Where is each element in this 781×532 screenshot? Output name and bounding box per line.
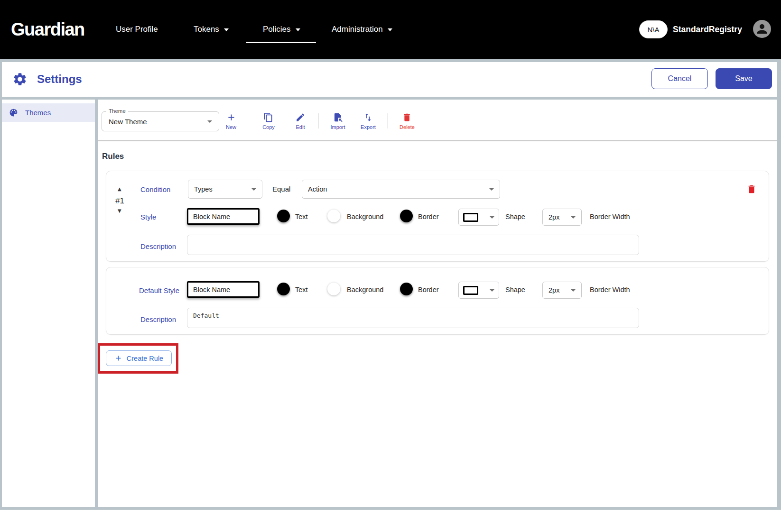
trash-icon [746,184,757,194]
text-swatch-label: Text [295,286,308,294]
background-color-swatch[interactable] [327,210,340,222]
toolbar-separator [388,113,388,128]
theme-select[interactable]: New Theme [102,111,219,131]
edit-theme-button[interactable]: Edit [296,112,306,130]
tool-label: New [226,124,236,130]
app-window: Guardian User Profile Tokens Policies Ad… [0,0,781,532]
avatar[interactable] [753,20,771,38]
nav-tokens[interactable]: Tokens [194,0,229,59]
condition-value-select[interactable]: Action [302,180,500,199]
plus-icon [114,354,122,362]
pencil-icon [296,112,306,122]
border-swatch-label: Border [418,213,439,220]
rule-index: #1 [115,196,124,206]
frame-border [0,507,781,510]
person-icon [755,22,769,36]
chevron-down-icon [571,216,576,219]
create-rule-label: Create Rule [127,355,163,362]
chevron-down-icon [490,289,494,292]
tool-label: Delete [400,124,415,130]
shape-select[interactable] [458,209,499,226]
border-width-value: 2px [549,213,559,221]
gear-icon [12,72,28,89]
frame-border [777,59,781,510]
default-description-input[interactable]: Default [187,308,639,328]
border-width-label: Border Width [590,286,630,294]
copy-icon [264,112,274,122]
style-label: Style [140,213,156,221]
block-name-input[interactable] [187,281,260,298]
border-width-value: 2px [549,286,559,294]
delete-rule-button[interactable] [746,184,757,194]
frame-border [0,59,781,62]
text-swatch-label: Text [295,213,308,220]
tool-label: Copy [262,124,275,130]
file-import-icon [333,112,343,122]
border-width-select[interactable]: 2px [542,209,582,226]
plus-icon [226,112,236,122]
text-color-swatch[interactable] [277,283,290,295]
copy-theme-button[interactable]: Copy [262,112,275,130]
condition-type-select[interactable]: Types [188,180,262,199]
default-style-label: Default Style [139,286,179,294]
theme-select-value: New Theme [109,118,147,126]
export-theme-button[interactable]: Export [361,112,376,130]
shape-label: Shape [505,213,525,220]
border-width-label: Border Width [590,213,630,220]
chevron-down-icon [388,28,392,31]
balance-badge: N\A [639,20,668,38]
page-title: Settings [37,73,82,86]
nav-user-profile[interactable]: User Profile [116,0,158,59]
border-color-swatch[interactable] [400,283,413,295]
text-color-swatch[interactable] [277,210,290,222]
chevron-down-icon [490,216,494,219]
tool-label: Export [361,124,376,130]
chevron-down-icon [251,188,256,191]
rule-description-input[interactable] [187,235,639,255]
chevron-down-icon [489,188,494,191]
import-export-icon [363,112,373,122]
shape-select[interactable] [458,282,499,299]
move-rule-up-button[interactable]: ▲ [118,187,121,192]
move-rule-down-button[interactable]: ▼ [118,209,121,213]
sidebar-item-themes[interactable]: Themes [2,103,95,122]
rectangle-swatch [463,286,478,295]
chevron-down-icon [571,289,576,292]
operator-label: Equal [272,185,290,193]
border-width-select[interactable]: 2px [542,282,582,299]
background-color-swatch[interactable] [327,283,340,295]
rule-card-1: ▲ #1 ▼ Condition Types Equal Action Styl… [106,171,769,262]
condition-label: Condition [140,185,170,193]
block-name-input[interactable] [187,208,260,225]
nav-label: Policies [263,25,291,34]
border-color-swatch[interactable] [400,210,413,222]
create-rule-button[interactable]: Create Rule [106,350,172,366]
description-label: Description [140,242,176,250]
sidebar-item-label: Themes [25,109,51,117]
delete-theme-button[interactable]: Delete [400,112,415,130]
background-swatch-label: Background [347,213,383,220]
nav-policies[interactable]: Policies [263,0,300,59]
nav-label: Administration [332,25,383,34]
nav-label: User Profile [116,25,158,34]
theme-field-label: Theme [106,108,128,114]
top-navbar: Guardian User Profile Tokens Policies Ad… [0,0,781,59]
active-tab-underline [246,42,316,43]
nav-administration[interactable]: Administration [332,0,392,59]
brand-logo[interactable]: Guardian [11,0,84,59]
chevron-down-icon [224,28,229,31]
toolbar-divider [98,140,777,141]
rectangle-swatch [463,213,478,222]
palette-icon [9,108,19,118]
default-style-card: Default Style Text Background Border Sha… [106,267,769,335]
new-theme-button[interactable]: New [226,112,236,130]
description-label: Description [140,315,176,323]
tool-label: Import [330,124,345,130]
rules-heading: Rules [102,152,124,161]
cancel-button[interactable]: Cancel [651,68,708,89]
tool-label: Edit [296,124,305,130]
import-theme-button[interactable]: Import [330,112,345,130]
header-divider [2,97,777,100]
save-button[interactable]: Save [716,68,772,89]
nav-label: Tokens [194,25,219,34]
